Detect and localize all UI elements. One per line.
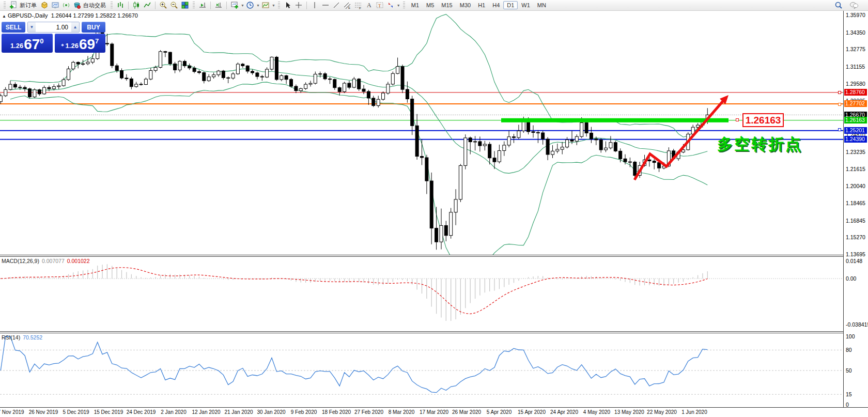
crosshair-icon[interactable] — [293, 1, 304, 10]
support-price-label[interactable]: 1.26163 — [742, 113, 784, 127]
sell-price-big: 67 — [24, 38, 40, 51]
collapse-triangle-icon[interactable]: ▲ — [2, 14, 6, 19]
rsi-name: RSI(14) — [2, 334, 20, 341]
horizontal-line-tool-icon[interactable] — [320, 1, 331, 10]
buy-price-tile[interactable]: ◆ 1.26 69 7 — [55, 34, 106, 53]
template-dropdown-arrow[interactable]: ▼ — [272, 4, 275, 7]
timeframe-button-w1[interactable]: W1 — [518, 1, 534, 9]
arrows-dropdown-arrow[interactable]: ▼ — [397, 4, 400, 7]
search-icon[interactable] — [833, 1, 844, 10]
chart-window[interactable]: ▲GBPUSD-,Daily 1.26044 1.27299 1.25822 1… — [0, 11, 868, 417]
volume-decrease-button[interactable]: ▼ — [28, 22, 36, 32]
channel-tool-icon[interactable]: E — [342, 1, 352, 10]
macd-axis-label: 0.0148 — [846, 258, 862, 264]
sell-price-tile[interactable]: 1.26 67 0 — [2, 34, 53, 53]
chart-shift-icon[interactable] — [213, 1, 224, 10]
date-label: 26 Nov 2019 — [29, 409, 58, 415]
sell-button[interactable]: SELL — [2, 22, 25, 33]
sell-price-prefix: 1.26 — [10, 42, 23, 50]
date-label: 7 Nov 2019 — [0, 409, 24, 415]
date-label: 27 Feb 2020 — [354, 409, 383, 415]
hline-handle[interactable] — [838, 103, 841, 106]
tick-direction-icon: ◆ — [61, 43, 64, 47]
bar-chart-mode-icon[interactable] — [115, 1, 126, 10]
timeframe-button-d1[interactable]: D1 — [503, 1, 518, 9]
tile-windows-icon[interactable] — [180, 1, 190, 10]
sell-price-sup: 0 — [40, 37, 43, 45]
price-tick-label: 1.13695 — [846, 251, 865, 257]
toolbar-grip[interactable] — [278, 2, 280, 9]
volume-value[interactable]: 1.00 — [36, 22, 71, 32]
auto-scroll-icon[interactable] — [197, 1, 208, 10]
svg-text:A: A — [367, 2, 371, 9]
auto-trading-icon[interactable] — [72, 1, 82, 10]
date-label: 1 Jun 2020 — [681, 409, 707, 415]
toolbar-separator — [128, 2, 129, 9]
vertical-line-tool-icon[interactable] — [309, 1, 320, 10]
cursor-icon[interactable] — [283, 1, 293, 10]
toolbar-grip[interactable] — [193, 2, 195, 9]
buy-price-big: 69 — [79, 38, 95, 51]
price-tick-label: 1.31155 — [846, 64, 865, 70]
fibonacci-tool-icon[interactable]: F — [353, 1, 363, 10]
period-clock-icon[interactable] — [245, 1, 255, 10]
text-tool-icon[interactable]: A — [364, 1, 374, 10]
date-label: 13 May 2020 — [614, 409, 644, 415]
price-tag-1.26163: 1.26163 — [844, 117, 867, 123]
new-order-icon[interactable] — [8, 1, 19, 10]
line-chart-mode-icon[interactable] — [142, 1, 152, 10]
volume-increase-button[interactable]: ▲ — [71, 22, 79, 32]
price-axis[interactable]: 1.359701.343501.327751.311551.295801.280… — [844, 11, 868, 407]
period-dropdown-arrow[interactable]: ▼ — [256, 4, 260, 7]
timeframe-button-m15[interactable]: M15 — [438, 1, 456, 9]
arrows-tool-icon[interactable] — [385, 1, 396, 10]
turning-point-annotation[interactable]: 多空转折点 — [717, 134, 802, 155]
new-chart-icon[interactable] — [229, 1, 240, 10]
signal-icon[interactable] — [61, 1, 71, 10]
toolbar-grip[interactable] — [403, 2, 405, 9]
macd-main-value: 0.007077 — [42, 258, 65, 264]
text-label-tool-icon[interactable]: T — [375, 1, 385, 10]
zoom-out-icon[interactable] — [169, 1, 179, 10]
timeframe-button-h1[interactable]: H1 — [474, 1, 489, 9]
toolbar-separator — [226, 2, 227, 9]
new-order-label[interactable]: 新订单 — [20, 2, 37, 9]
chat-icon[interactable] — [849, 1, 859, 10]
timeframe-button-h4[interactable]: H4 — [489, 1, 503, 9]
date-axis[interactable]: 7 Nov 201926 Nov 20195 Dec 201915 Dec 20… — [0, 407, 868, 417]
timeframe-button-mn[interactable]: MN — [534, 1, 550, 9]
template-icon[interactable] — [260, 1, 271, 10]
timeframe-button-m1[interactable]: M1 — [408, 1, 423, 9]
price-tick-label: 1.32775 — [846, 46, 865, 52]
rsi-panel[interactable] — [0, 333, 844, 407]
auto-trading-label[interactable]: 自动交易 — [83, 2, 106, 9]
date-label: 2 Jan 2020 — [161, 409, 187, 415]
hline-handle[interactable] — [838, 91, 841, 94]
label-connector-handle[interactable] — [736, 118, 739, 121]
date-label: 22 May 2020 — [647, 409, 677, 415]
main-price-chart[interactable] — [0, 11, 844, 255]
trendline-tool-icon[interactable] — [331, 1, 342, 10]
candlestick-mode-icon[interactable] — [131, 1, 142, 10]
macd-name: MACD(12,26,9) — [2, 258, 39, 264]
buy-button[interactable]: BUY — [82, 22, 105, 33]
data-window-icon[interactable] — [50, 1, 60, 10]
rsi-axis-label: 80 — [846, 347, 852, 353]
price-tag-1.25201: 1.25201 — [844, 127, 867, 134]
cube-icon[interactable] — [39, 1, 50, 10]
new-chart-dropdown-arrow[interactable]: ▼ — [241, 4, 244, 7]
date-label: 12 Jan 2020 — [192, 409, 220, 415]
svg-text:E: E — [348, 6, 350, 9]
timeframe-button-m5[interactable]: M5 — [423, 1, 438, 9]
macd-panel[interactable] — [0, 257, 844, 331]
one-click-trading-panel: SELL ▼ 1.00 ▲ BUY 1.26 67 0 ◆ 1.26 69 7 — [2, 22, 105, 53]
hline-handle[interactable] — [838, 128, 841, 131]
toolbar-separator — [306, 2, 307, 9]
toolbar-grip[interactable] — [111, 2, 113, 9]
timeframe-button-m30[interactable]: M30 — [456, 1, 474, 9]
date-label: 30 Jan 2020 — [257, 409, 285, 415]
toolbar-grip[interactable] — [4, 2, 6, 9]
chart-title: ▲GBPUSD-,Daily 1.26044 1.27299 1.25822 1… — [2, 12, 138, 19]
zoom-in-icon[interactable] — [158, 1, 168, 10]
date-label: 9 Feb 2020 — [291, 409, 317, 415]
